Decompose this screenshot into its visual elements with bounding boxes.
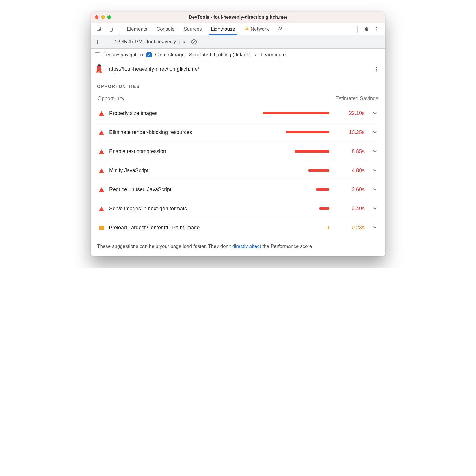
tab-label: Network bbox=[251, 26, 269, 32]
clear-storage-checkbox[interactable] bbox=[146, 52, 152, 57]
col-opportunity-label: Opportunity bbox=[98, 96, 124, 102]
opportunity-row[interactable]: Eliminate render-blocking resources10.25… bbox=[97, 123, 379, 142]
tab-label: Sources bbox=[184, 26, 202, 32]
kebab-menu-icon[interactable] bbox=[373, 25, 381, 33]
savings-value: 0.23s bbox=[339, 225, 365, 231]
throttling-label: Simulated throttling (default) bbox=[189, 52, 251, 57]
directly-affect-link[interactable]: directly affect bbox=[232, 243, 261, 249]
tab-network[interactable]: Network bbox=[240, 23, 273, 35]
footer-text-post: the Performance score. bbox=[261, 243, 313, 249]
svg-point-7 bbox=[376, 30, 377, 31]
svg-rect-3 bbox=[246, 27, 247, 29]
col-savings-label: Estimated Savings bbox=[335, 96, 378, 102]
triangle-error-icon bbox=[99, 187, 104, 192]
opportunity-list: Properly size images22.10sEliminate rend… bbox=[97, 104, 379, 237]
opportunity-row[interactable]: Properly size images22.10s bbox=[97, 104, 379, 123]
report-url-text: https://foul-heavenly-direction.glitch.m… bbox=[107, 66, 199, 72]
devtools-tabbar: Elements Console Sources Lighthouse Netw… bbox=[91, 23, 385, 35]
opportunity-row[interactable]: Reduce unused JavaScript3.60s bbox=[97, 180, 379, 199]
svg-rect-2 bbox=[110, 28, 112, 31]
new-report-button[interactable]: + bbox=[94, 38, 102, 46]
savings-bar bbox=[295, 150, 329, 153]
savings-bar-track bbox=[254, 131, 329, 134]
divider bbox=[120, 26, 120, 33]
divider bbox=[108, 38, 108, 45]
devtools-window: DevTools - foul-heavenly-direction.glitc… bbox=[91, 12, 385, 256]
savings-value: 22.10s bbox=[339, 110, 365, 116]
savings-bar-track bbox=[254, 207, 329, 210]
triangle-error-icon bbox=[99, 130, 104, 135]
opportunity-label: Minify JavaScript bbox=[109, 168, 148, 174]
throttling-select[interactable]: Simulated throttling (default) bbox=[189, 52, 251, 58]
savings-bar-track bbox=[254, 169, 329, 172]
opportunity-row[interactable]: Preload Largest Contentful Paint image0.… bbox=[97, 218, 379, 237]
chevron-down-icon bbox=[373, 225, 377, 231]
opportunity-label: Preload Largest Contentful Paint image bbox=[109, 225, 200, 231]
warning-icon bbox=[244, 26, 249, 32]
chevron-down-icon bbox=[373, 206, 377, 212]
savings-value: 8.85s bbox=[339, 148, 365, 155]
savings-bar bbox=[316, 188, 329, 191]
savings-value: 2.40s bbox=[339, 206, 365, 212]
opportunities-heading: OPPORTUNITIES bbox=[97, 84, 379, 89]
close-window-icon[interactable] bbox=[95, 15, 98, 19]
window-titlebar: DevTools - foul-heavenly-direction.glitc… bbox=[91, 12, 385, 23]
svg-point-15 bbox=[376, 67, 377, 68]
opportunity-row[interactable]: Minify JavaScript4.80s bbox=[97, 161, 379, 180]
chevron-down-icon bbox=[373, 111, 377, 116]
device-toolbar-icon[interactable] bbox=[106, 25, 114, 33]
savings-bar bbox=[263, 112, 329, 114]
opportunity-label: Properly size images bbox=[109, 110, 157, 116]
savings-bar-track bbox=[254, 188, 329, 191]
history-select-label: 12:35:47 PM - foul-heavenly-d bbox=[115, 39, 181, 45]
opportunity-row[interactable]: Enable text compression8.85s bbox=[97, 142, 379, 161]
opportunity-column-headers: Opportunity Estimated Savings bbox=[97, 96, 379, 102]
devtools-tabs: Elements Console Sources Lighthouse Netw… bbox=[122, 23, 288, 35]
savings-bar bbox=[286, 131, 329, 133]
tab-sources[interactable]: Sources bbox=[179, 23, 206, 35]
chevron-down-icon bbox=[373, 187, 377, 193]
svg-point-16 bbox=[376, 69, 377, 70]
tab-console[interactable]: Console bbox=[152, 23, 179, 35]
report-menu-icon[interactable] bbox=[373, 65, 381, 73]
report-history-select[interactable]: 12:35:47 PM - foul-heavenly-d ▼ bbox=[115, 39, 186, 45]
square-warning-icon bbox=[99, 226, 104, 230]
savings-value: 3.60s bbox=[339, 187, 365, 193]
clear-storage-label: Clear storage bbox=[155, 52, 185, 58]
traffic-lights bbox=[95, 15, 111, 19]
clear-all-icon[interactable] bbox=[190, 38, 198, 46]
window-title: DevTools - foul-heavenly-direction.glitc… bbox=[91, 15, 385, 20]
more-tabs-button[interactable] bbox=[273, 23, 288, 35]
opportunity-label: Enable text compression bbox=[109, 148, 166, 155]
svg-line-9 bbox=[192, 40, 196, 44]
divider bbox=[357, 26, 358, 33]
chevron-right-double-icon bbox=[278, 26, 283, 32]
tab-elements[interactable]: Elements bbox=[122, 23, 152, 35]
chevron-down-icon: ▼ bbox=[254, 53, 257, 57]
legacy-nav-label: Legacy navigation bbox=[103, 52, 143, 58]
minimize-window-icon[interactable] bbox=[101, 15, 105, 19]
chevron-down-icon: ▼ bbox=[183, 40, 186, 44]
triangle-error-icon bbox=[99, 207, 104, 211]
chevron-down-icon bbox=[373, 130, 377, 135]
opportunities-footer-note: These suggestions can help your page loa… bbox=[97, 243, 379, 250]
tab-label: Console bbox=[157, 26, 174, 32]
report-url-row: https://foul-heavenly-direction.glitch.m… bbox=[91, 61, 385, 77]
legacy-nav-checkbox[interactable] bbox=[95, 52, 100, 57]
savings-bar bbox=[319, 207, 329, 210]
svg-rect-12 bbox=[97, 68, 101, 68]
settings-gear-icon[interactable] bbox=[362, 25, 370, 33]
inspect-element-icon[interactable] bbox=[95, 25, 103, 33]
savings-bar-track bbox=[254, 150, 329, 153]
triangle-error-icon bbox=[99, 149, 104, 154]
learn-more-link[interactable]: Learn more bbox=[261, 52, 286, 58]
tab-lighthouse[interactable]: Lighthouse bbox=[207, 23, 240, 35]
savings-bar-track bbox=[254, 226, 329, 229]
zoom-window-icon[interactable] bbox=[107, 15, 111, 19]
opportunity-label: Reduce unused JavaScript bbox=[109, 187, 171, 193]
opportunity-row[interactable]: Serve images in next-gen formats2.40s bbox=[97, 199, 379, 218]
chevron-down-icon bbox=[373, 168, 377, 174]
svg-point-6 bbox=[376, 29, 377, 29]
savings-value: 10.25s bbox=[339, 129, 365, 135]
lighthouse-logo-icon bbox=[95, 64, 103, 74]
